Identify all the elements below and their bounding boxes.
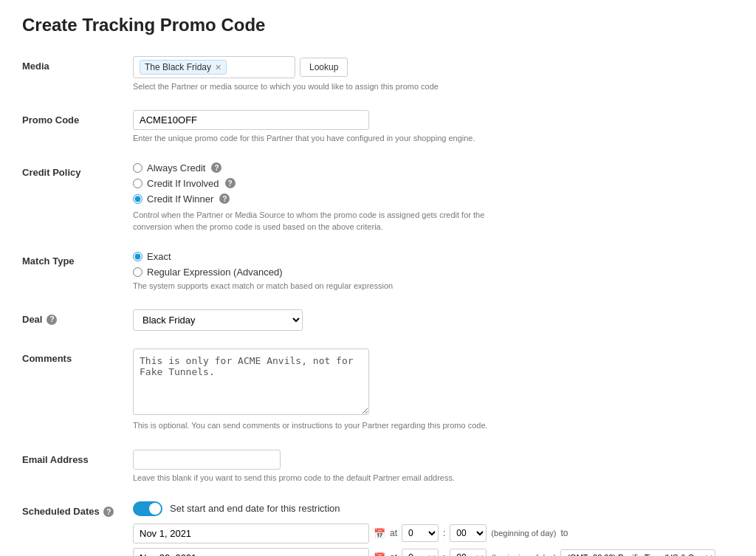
scheduled-dates-help-icon: ? [103, 507, 114, 517]
media-row: Media The Black Friday ✕ Lookup Select t… [22, 56, 734, 92]
colon-2: : [443, 552, 445, 556]
credit-policy-involved-radio[interactable] [133, 179, 142, 188]
page-title: Create Tracking Promo Code [22, 15, 734, 35]
toggle-slider [133, 501, 162, 516]
always-credit-help-icon: ? [211, 162, 221, 173]
toggle-wrapper: Set start and end date for this restrict… [133, 501, 734, 516]
colon-1: : [443, 528, 445, 538]
deal-select[interactable]: Black Friday Cyber Monday Holiday Sale S… [133, 309, 303, 331]
match-type-hint: The system supports exact match or match… [133, 281, 734, 292]
credit-policy-always-label: Always Credit [147, 162, 205, 174]
media-label: Media [22, 56, 133, 72]
match-type-regex-label: Regular Expression (Advanced) [147, 267, 283, 278]
promo-code-label: Promo Code [22, 110, 133, 126]
match-type-exact-radio[interactable] [133, 252, 142, 261]
credit-policy-involved-label: Credit If Involved [147, 178, 219, 189]
comments-content: This is only for ACME Anvils, not for Fa… [133, 349, 734, 431]
lookup-button[interactable]: Lookup [300, 58, 348, 77]
at-label-1: at [390, 528, 397, 538]
email-address-input[interactable] [133, 450, 281, 470]
credit-policy-description: Control when the Partner or Media Source… [133, 209, 487, 233]
credit-policy-radio-group: Always Credit ? Credit If Involved ? Cre… [133, 162, 734, 205]
scheduled-dates-row: Scheduled Dates ? Set start and end date… [22, 501, 734, 556]
credit-policy-winner-radio[interactable] [133, 194, 142, 204]
comments-hint: This is optional. You can send comments … [133, 420, 734, 431]
deal-help-icon: ? [47, 315, 57, 325]
to-label: to [560, 528, 568, 538]
media-content: The Black Friday ✕ Lookup Select the Par… [133, 56, 734, 92]
start-min-select[interactable]: 00153045 [450, 524, 487, 542]
email-address-label: Email Address [22, 450, 133, 465]
credit-policy-row: Credit Policy Always Credit ? Credit If … [22, 162, 734, 233]
credit-policy-always-radio[interactable] [133, 163, 142, 173]
end-hour-select[interactable]: 0123 [402, 549, 439, 556]
dates-row: 📅 at 0123 : 00153045 (beginning of day) … [133, 524, 734, 556]
credit-policy-label: Credit Policy [22, 162, 133, 178]
promo-code-row: Promo Code Enter the unique promo code f… [22, 110, 734, 144]
end-date-input[interactable] [133, 548, 369, 556]
match-type-radio-group: Exact Regular Expression (Advanced) [133, 251, 734, 278]
scheduled-dates-content: Set start and end date for this restrict… [133, 501, 734, 556]
match-type-label: Match Type [22, 251, 133, 267]
media-hint: Select the Partner or media source to wh… [133, 81, 734, 92]
scheduled-dates-toggle[interactable] [133, 501, 162, 516]
scheduled-dates-label: Scheduled Dates ? [22, 501, 133, 518]
promo-code-content: Enter the unique promo code for this Par… [133, 110, 734, 144]
deal-label: Deal ? [22, 309, 133, 325]
match-type-exact-label: Exact [147, 251, 171, 262]
credit-if-winner-help-icon: ? [219, 193, 230, 204]
email-address-content: Leave this blank if you want to send thi… [133, 450, 734, 484]
credit-policy-winner-label: Credit If Winner [147, 193, 213, 205]
match-type-content: Exact Regular Expression (Advanced) The … [133, 251, 734, 292]
deal-content: Black Friday Cyber Monday Holiday Sale S… [133, 309, 734, 331]
media-input-box: The Black Friday ✕ [133, 56, 295, 78]
comments-row: Comments This is only for ACME Anvils, n… [22, 349, 734, 431]
timezone-select[interactable]: (GMT -08:00) Pacific Time (US & Canada);… [560, 549, 715, 556]
deal-row: Deal ? Black Friday Cyber Monday Holiday… [22, 309, 734, 331]
match-type-exact[interactable]: Exact [133, 251, 734, 262]
credit-policy-involved[interactable]: Credit If Involved ? [133, 178, 734, 189]
comments-textarea[interactable]: This is only for ACME Anvils, not for Fa… [133, 349, 369, 415]
end-calendar-icon[interactable]: 📅 [374, 552, 385, 556]
promo-code-input[interactable] [133, 110, 369, 130]
start-date-input[interactable] [133, 524, 369, 543]
match-type-regex[interactable]: Regular Expression (Advanced) [133, 267, 734, 278]
credit-policy-always[interactable]: Always Credit ? [133, 162, 734, 174]
match-type-row: Match Type Exact Regular Expression (Adv… [22, 251, 734, 292]
promo-code-hint: Enter the unique promo code for this Par… [133, 133, 734, 144]
end-min-select[interactable]: 00153045 [450, 549, 487, 556]
start-hour-select[interactable]: 0123 [402, 524, 439, 542]
media-tag[interactable]: The Black Friday ✕ [140, 60, 227, 75]
end-day-label: (beginning of day) [491, 553, 556, 556]
credit-if-involved-help-icon: ? [225, 178, 236, 188]
start-day-label: (beginning of day) [491, 529, 556, 538]
email-address-hint: Leave this blank if you want to send thi… [133, 473, 734, 484]
start-calendar-icon[interactable]: 📅 [374, 528, 385, 539]
at-label-2: at [390, 552, 397, 556]
credit-policy-winner[interactable]: Credit If Winner ? [133, 193, 734, 205]
toggle-label: Set start and end date for this restrict… [170, 503, 340, 514]
credit-policy-content: Always Credit ? Credit If Involved ? Cre… [133, 162, 734, 233]
email-address-row: Email Address Leave this blank if you wa… [22, 450, 734, 484]
match-type-regex-radio[interactable] [133, 267, 142, 277]
media-tag-remove[interactable]: ✕ [215, 63, 221, 72]
comments-label: Comments [22, 349, 133, 364]
